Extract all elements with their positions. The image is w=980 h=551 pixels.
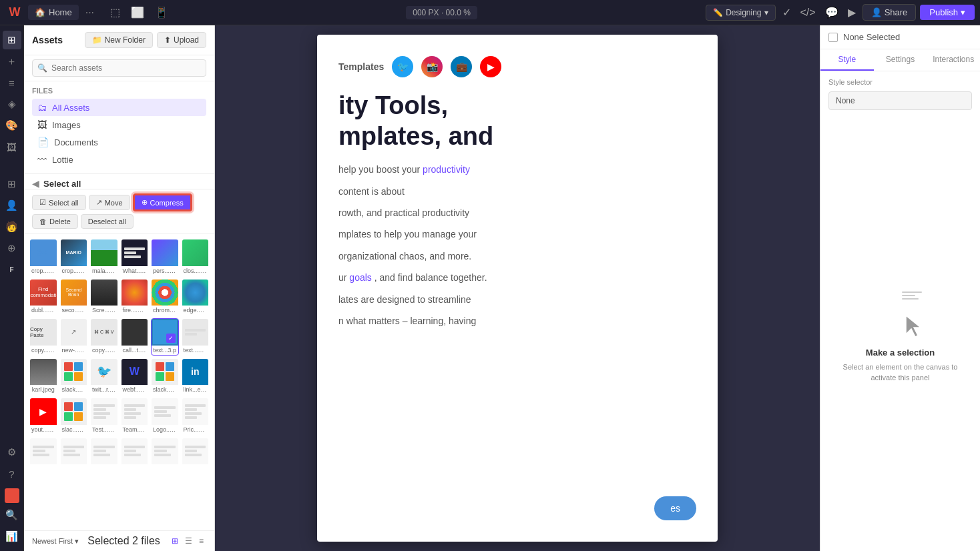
- asset-item[interactable]: slac...1.png: [60, 398, 88, 435]
- asset-filename: What...s.jpg: [121, 266, 148, 276]
- asset-item[interactable]: Team...s.png: [121, 398, 149, 435]
- publish-button[interactable]: Publish ▾: [920, 5, 975, 20]
- help-icon[interactable]: ?: [3, 464, 21, 483]
- linkedin-social-icon: 💼: [451, 56, 472, 77]
- back-button[interactable]: ◀: [32, 178, 39, 189]
- asset-item[interactable]: ✓ text...3.p: [151, 318, 179, 356]
- new-folder-button[interactable]: 📁 New Folder: [85, 32, 153, 48]
- play-icon-button[interactable]: ▶: [845, 3, 859, 21]
- comment-icon-button[interactable]: 💬: [822, 3, 841, 21]
- canvas-content[interactable]: Templates 🐦 📸 💼 ▶ ity Tools,mplates, and…: [215, 25, 820, 551]
- settings-icon[interactable]: ⚙: [3, 443, 21, 462]
- asset-item[interactable]: [121, 438, 149, 468]
- twitter-icon: 🐦: [97, 364, 111, 379]
- asset-item[interactable]: fire....webp: [121, 279, 149, 316]
- font-icon[interactable]: F: [3, 260, 21, 279]
- list-view-button[interactable]: ☰: [182, 535, 195, 547]
- asset-item[interactable]: slack.png: [151, 358, 179, 396]
- share-button[interactable]: 👤 Share: [863, 4, 917, 21]
- compress-button[interactable]: ⊕ Compress: [133, 193, 192, 211]
- add-icon[interactable]: ＋: [3, 52, 21, 71]
- layers-icon[interactable]: ≡: [3, 73, 21, 92]
- asset-item[interactable]: ✂ crop....webp: [29, 239, 57, 276]
- components-icon[interactable]: ◈: [3, 95, 21, 113]
- assets-nav-icon[interactable]: ⊞: [3, 31, 21, 49]
- search-input[interactable]: [32, 59, 206, 77]
- deselect-all-button[interactable]: Deselect all: [81, 214, 134, 229]
- more-options-icon[interactable]: ···: [85, 7, 94, 19]
- delete-button[interactable]: 🗑 Delete: [32, 214, 78, 229]
- asset-item[interactable]: Scre....webp: [90, 279, 118, 316]
- asset-item[interactable]: slack.svg: [60, 358, 88, 396]
- user-icon[interactable]: 👤: [3, 196, 21, 215]
- canvas-cta-button[interactable]: es: [654, 496, 696, 520]
- nav-item-all-assets[interactable]: 🗂 All Assets: [32, 99, 206, 116]
- share-label: Share: [885, 7, 908, 17]
- asset-item[interactable]: chrome.png: [151, 279, 179, 316]
- select-tool[interactable]: ⬚: [106, 3, 124, 21]
- style-selector-value[interactable]: None: [828, 91, 972, 110]
- tab-style[interactable]: Style: [820, 49, 874, 71]
- designing-mode-button[interactable]: ✏️ Designing ▾: [706, 5, 775, 21]
- asset-item[interactable]: Copy Paste copy...e.png: [29, 318, 57, 356]
- sort-button[interactable]: Newest First ▾: [32, 537, 79, 546]
- check-icon-button[interactable]: ✓: [780, 3, 794, 21]
- asset-item[interactable]: mala....webp: [90, 239, 118, 276]
- asset-item[interactable]: karl.jpeg: [29, 358, 57, 396]
- asset-item[interactable]: in link...e.png: [182, 358, 210, 396]
- upload-button[interactable]: ⬆ Upload: [157, 32, 206, 48]
- asset-item[interactable]: Logo...s.png: [151, 398, 179, 435]
- asset-item[interactable]: 🐦 twit...r.png: [90, 358, 118, 396]
- canvas-body-6: ur goals , and find balance together.: [338, 270, 696, 285]
- asset-item[interactable]: ↗ new-...n.svg: [60, 318, 88, 356]
- asset-item[interactable]: [29, 438, 57, 468]
- nav-item-images[interactable]: 🖼 Images: [32, 116, 206, 133]
- nav-item-lottie[interactable]: 〰 Lottie: [32, 151, 206, 168]
- asset-item[interactable]: What...s.jpg: [121, 239, 149, 276]
- asset-item[interactable]: text...3.png: [182, 318, 210, 356]
- person-icon[interactable]: 🧑: [3, 217, 21, 236]
- tab-settings[interactable]: Settings: [874, 49, 927, 71]
- asset-item[interactable]: Test...s.png: [90, 398, 118, 435]
- asset-item[interactable]: [151, 438, 179, 468]
- asset-item[interactable]: MARIO crop....webp: [60, 239, 88, 276]
- asset-item[interactable]: ⌘ C ⌘ V copy...e.s: [90, 318, 118, 356]
- move-button[interactable]: ↗ Move: [89, 195, 130, 210]
- tablet-tool[interactable]: ⬜: [127, 3, 148, 21]
- code-icon-button[interactable]: </>: [798, 4, 818, 21]
- view-toggle: ⊞ ☰ ≡: [169, 535, 206, 547]
- asset-item[interactable]: ▶ yout...e.png: [29, 398, 57, 435]
- grid-view-button[interactable]: ⊞: [169, 535, 181, 547]
- detail-view-button[interactable]: ≡: [196, 535, 206, 547]
- asset-item[interactable]: Find Accommodation dubl...webp: [29, 279, 57, 316]
- style-icon[interactable]: 🎨: [3, 116, 21, 135]
- assets-icon[interactable]: 🖼: [3, 137, 21, 156]
- asset-filename: slac...1.png: [61, 425, 87, 434]
- tab-interactions[interactable]: Interactions: [927, 49, 980, 71]
- asset-item[interactable]: Second Brain seco....webp: [60, 279, 88, 316]
- asset-item[interactable]: clos....webp: [182, 239, 210, 276]
- asset-item[interactable]: [90, 438, 118, 468]
- goals-link[interactable]: goals: [349, 272, 371, 283]
- extension-icon[interactable]: ⊕: [3, 239, 21, 257]
- asset-item[interactable]: W webf...w.png: [121, 358, 149, 396]
- asset-item[interactable]: Pric...s.png: [182, 398, 210, 435]
- grid-icon[interactable]: ⊞: [3, 175, 21, 193]
- images-label: Images: [52, 120, 81, 130]
- asset-item[interactable]: call...t.svg: [121, 318, 149, 356]
- asset-item[interactable]: [182, 438, 210, 468]
- home-button[interactable]: 🏠 Home: [28, 5, 79, 20]
- asset-item[interactable]: pers...1.jpg: [151, 239, 179, 276]
- lottie-icon: 〰: [37, 154, 47, 165]
- phone-tool[interactable]: 📱: [151, 3, 172, 21]
- productivity-link[interactable]: productivity: [423, 164, 470, 175]
- asset-filename: clos....webp: [182, 266, 209, 276]
- nav-item-documents[interactable]: 📄 Documents: [32, 133, 206, 151]
- assets-panel-header: Assets 📁 New Folder ⬆ Upload: [24, 25, 214, 55]
- asset-item[interactable]: edge.png: [182, 279, 210, 316]
- select-all-button[interactable]: ☑ Select all: [32, 195, 86, 210]
- none-selected-checkbox[interactable]: [828, 33, 838, 42]
- analytics-icon[interactable]: 📊: [3, 527, 21, 546]
- asset-item[interactable]: [60, 438, 88, 468]
- search-icon[interactable]: 🔍: [3, 506, 21, 524]
